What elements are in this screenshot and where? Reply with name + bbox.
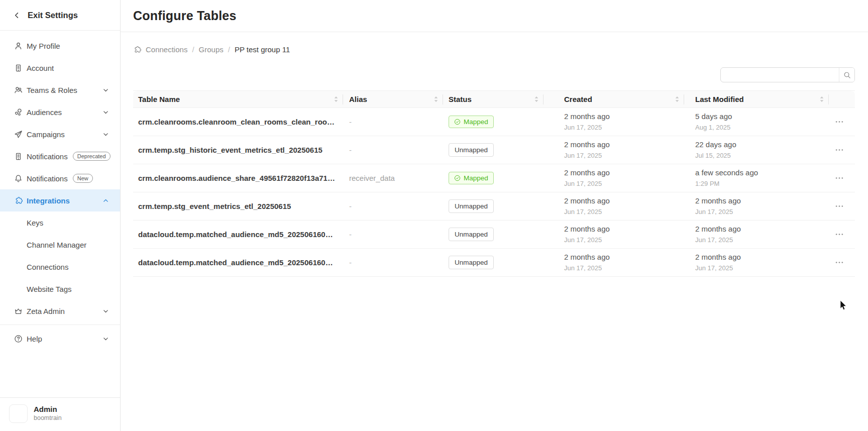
table-row: crm.cleanrooms.audience_share_49561f7282… — [133, 164, 855, 192]
alias-cell: - — [343, 136, 443, 164]
sort-icon — [433, 96, 439, 102]
sidebar-divider — [0, 325, 120, 325]
status-badge: Unmapped — [449, 199, 494, 213]
column-header-actions — [829, 91, 855, 108]
sidebar-subitem-connections[interactable]: Connections — [0, 256, 120, 278]
sidebar-item-zeta-admin[interactable]: Zeta Admin — [0, 300, 120, 322]
ellipsis-icon — [835, 205, 844, 207]
alias-cell: receiver_data — [343, 164, 443, 192]
sidebar-item-label: Account — [27, 64, 54, 72]
table-toolbar — [133, 67, 855, 82]
breadcrumb-link-connections[interactable]: Connections — [146, 45, 187, 54]
chevron-down-icon — [102, 131, 109, 138]
row-actions-button[interactable] — [832, 229, 847, 240]
puzzle-icon — [14, 196, 23, 205]
last-modified-cell: 2 months ago Jun 17, 2025 — [684, 249, 829, 277]
row-actions-button[interactable] — [832, 145, 847, 156]
status-cell: Unmapped — [443, 192, 544, 221]
status-badge: Mapped — [449, 116, 494, 129]
actions-cell — [829, 221, 855, 249]
status-badge: Unmapped — [449, 256, 494, 270]
ellipsis-icon — [835, 233, 844, 236]
breadcrumb-link-groups[interactable]: Groups — [199, 45, 224, 54]
sidebar-item-audiences[interactable]: Audiences — [0, 101, 120, 123]
actions-cell — [829, 108, 855, 136]
exit-settings-label: Exit Settings — [28, 11, 78, 20]
chevron-down-icon — [102, 308, 109, 314]
sidebar-nav: My Profile Account Teams & Roles Audienc… — [0, 31, 120, 350]
page-title: Configure Tables — [133, 9, 237, 23]
sidebar-item-notifications-deprecated[interactable]: Notifications Deprecated — [0, 145, 120, 167]
table-name-cell: datacloud.temp.matched_audience_md5_2025… — [133, 249, 343, 277]
search-icon — [843, 71, 851, 79]
user-org: boomtrain — [34, 414, 62, 422]
sidebar-item-account[interactable]: Account — [0, 57, 120, 79]
row-actions-button[interactable] — [832, 117, 847, 128]
ellipsis-icon — [835, 121, 844, 123]
created-cell: 2 months ago Jun 17, 2025 — [544, 192, 684, 221]
check-circle-icon — [454, 175, 461, 181]
paper-plane-icon — [14, 130, 23, 139]
sidebar-item-help[interactable]: Help — [0, 328, 120, 350]
sidebar-item-campaigns[interactable]: Campaigns — [0, 123, 120, 145]
app-window: Exit Settings My Profile Account Teams &… — [0, 0, 868, 431]
table-header-row: Table Name Alias Status Created — [133, 91, 855, 108]
status-badge: Unmapped — [449, 228, 494, 242]
status-badge: Unmapped — [449, 143, 494, 157]
building-icon — [14, 152, 23, 161]
table-row: datacloud.temp.matched_audience_md5_2025… — [133, 221, 855, 249]
created-cell: 2 months ago Jun 17, 2025 — [544, 164, 684, 192]
sidebar-item-teams-roles[interactable]: Teams & Roles — [0, 79, 120, 101]
sort-icon — [534, 96, 539, 102]
actions-cell — [829, 249, 855, 277]
table-name-cell: crm.cleanrooms.cleanroom_clean_rooms_cle… — [133, 108, 343, 136]
sidebar-subitem-label: Connections — [27, 263, 68, 271]
last-modified-cell: a few seconds ago 1:29 PM — [684, 164, 829, 192]
sidebar-item-label: Zeta Admin — [27, 307, 65, 315]
column-header-alias[interactable]: Alias — [343, 91, 443, 108]
search-button[interactable] — [839, 68, 854, 82]
column-header-created[interactable]: Created — [544, 91, 684, 108]
table-name-cell: crm.cleanrooms.audience_share_49561f7282… — [133, 164, 343, 192]
sidebar-subitem-website-tags[interactable]: Website Tags — [0, 278, 120, 300]
sidebar-item-my-profile[interactable]: My Profile — [0, 35, 120, 57]
last-modified-cell: 5 days ago Aug 1, 2025 — [684, 108, 829, 136]
sidebar-item-integrations[interactable]: Integrations — [0, 189, 120, 211]
row-actions-button[interactable] — [832, 201, 847, 212]
last-modified-cell: 2 months ago Jun 17, 2025 — [684, 221, 829, 249]
sidebar-item-label: Campaigns — [27, 130, 65, 139]
sidebar-item-label: Integrations — [27, 196, 70, 205]
sidebar-item-label: My Profile — [27, 42, 60, 50]
sidebar-item-label: Audiences — [27, 108, 62, 117]
actions-cell — [829, 192, 855, 221]
sidebar-item-label: Notifications — [27, 174, 68, 183]
table-name-cell: crm.temp.stg_event_metrics_etl_20250615 — [133, 192, 343, 221]
sidebar-subitem-channel-manager[interactable]: Channel Manager — [0, 234, 120, 256]
settings-sidebar: Exit Settings My Profile Account Teams &… — [0, 0, 121, 431]
puzzle-icon — [133, 46, 141, 54]
status-cell: Mapped — [443, 164, 544, 192]
column-header-table-name[interactable]: Table Name — [133, 91, 343, 108]
bell-icon — [14, 174, 23, 183]
breadcrumb-separator: / — [228, 45, 230, 54]
search-input[interactable] — [721, 68, 839, 82]
sidebar-item-label: Notifications — [27, 152, 68, 161]
sidebar-item-label: Teams & Roles — [27, 86, 77, 94]
row-actions-button[interactable] — [832, 173, 847, 184]
last-modified-cell: 2 months ago Jun 17, 2025 — [684, 192, 829, 221]
sidebar-item-notifications-new[interactable]: Notifications New — [0, 167, 120, 189]
user-account-button[interactable]: Admin boomtrain — [0, 397, 120, 431]
chevron-down-icon — [102, 109, 109, 116]
exit-settings-button[interactable]: Exit Settings — [0, 0, 120, 31]
building-icon — [14, 64, 23, 72]
table-row: crm.temp.stg_historic_event_metrics_etl_… — [133, 136, 855, 164]
column-header-status[interactable]: Status — [443, 91, 544, 108]
table-name-cell: crm.temp.stg_historic_event_metrics_etl_… — [133, 136, 343, 164]
question-circle-icon — [14, 335, 23, 343]
row-actions-button[interactable] — [832, 257, 847, 268]
alias-cell: - — [343, 249, 443, 277]
column-header-last-modified[interactable]: Last Modified — [684, 91, 829, 108]
chevron-left-icon — [13, 12, 21, 19]
sidebar-subitem-keys[interactable]: Keys — [0, 211, 120, 234]
sidebar-subitem-label: Website Tags — [27, 285, 72, 293]
